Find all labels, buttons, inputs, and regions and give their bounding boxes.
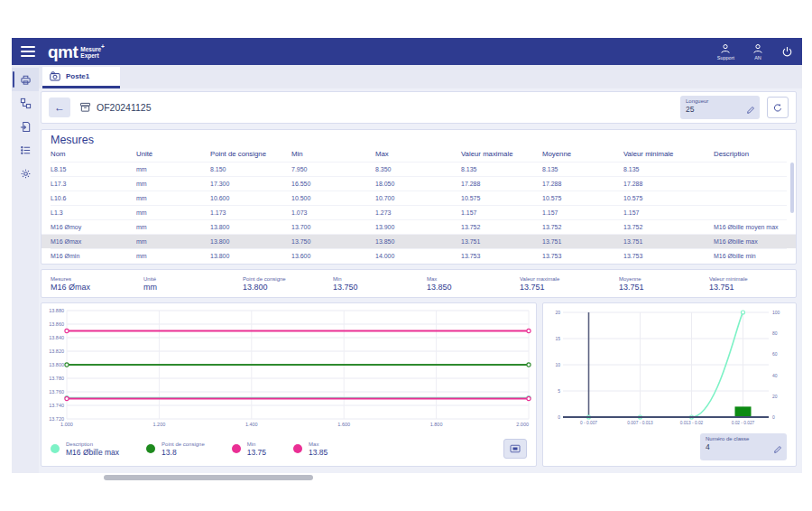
column-header[interactable]: Nom — [51, 150, 136, 158]
table-cell: 13.752 — [542, 224, 623, 230]
legend-color-dot — [51, 444, 60, 453]
table-cell: 17.288 — [623, 181, 714, 187]
logo-sub-bottom: Expert — [80, 53, 105, 60]
table-cell: 13.751 — [542, 238, 623, 245]
table-cell: 13.751 — [461, 238, 542, 245]
tab-poste1[interactable]: Poste1 — [42, 67, 120, 88]
table-cell: 13.750 — [291, 238, 375, 245]
longueur-field[interactable]: Longueur 25 — [680, 96, 760, 119]
table-row[interactable]: M16 Øminmm13.80013.60014.00013.75313.753… — [51, 248, 787, 263]
category-label: 0 - 0.007 — [580, 421, 597, 425]
table-row[interactable]: M16 Ømoymm13.80013.70013.90013.75213.752… — [51, 219, 787, 234]
table-row[interactable]: L1.3mm1.1731.0731.2731.1571.1571.157 — [51, 205, 787, 219]
summary-field-value: 13.800 — [243, 283, 333, 292]
table-cell: mm — [136, 181, 210, 187]
table-cell: M16 Ømax — [51, 238, 136, 245]
support-button[interactable]: Support — [717, 43, 734, 60]
legend-value: 13.75 — [247, 448, 266, 457]
table-cell: M16 Ømoy — [51, 224, 136, 230]
left-y-tick-label: 5 — [558, 388, 560, 394]
table-cell: 13.752 — [461, 224, 542, 230]
column-header[interactable]: Valeur minimale — [623, 150, 714, 158]
chart-snapshot-button[interactable] — [503, 439, 527, 459]
column-header[interactable]: Unité — [136, 150, 210, 158]
summary-field: Min13.750 — [333, 276, 427, 292]
app-logo: qmt Mesure+ Expert — [48, 43, 105, 60]
classe-field[interactable]: Numéro de classe 4 — [700, 433, 787, 460]
arrow-left-icon: ← — [54, 101, 65, 114]
hamburger-menu-icon[interactable] — [21, 46, 35, 57]
series-marker — [527, 329, 531, 332]
sidebar-item-printer[interactable] — [12, 68, 39, 91]
right-y-tick-label: 60 — [772, 351, 778, 357]
table-cell: L17.3 — [51, 181, 136, 187]
left-y-tick-label: 0 — [558, 414, 560, 420]
column-header[interactable]: Valeur maximale — [461, 150, 542, 158]
table-cell: 1.157 — [542, 209, 623, 216]
legend-value: 13.8 — [161, 448, 205, 457]
table-cell: 17.288 — [542, 181, 623, 187]
spc-chart: 13.88013.86013.84013.82013.80013.78013.7… — [45, 307, 532, 433]
summary-field-label: Point de consigne — [243, 276, 333, 282]
table-cell: 1.157 — [623, 209, 714, 216]
user-button[interactable]: AN — [752, 43, 763, 60]
table-row[interactable]: L17.3mm17.30016.55018.05017.28817.28817.… — [51, 176, 787, 190]
app-header: qmt Mesure+ Expert Support AN — [12, 38, 802, 65]
column-header[interactable]: Point de consigne — [210, 150, 291, 158]
table-row[interactable]: L10.6mm10.60010.50010.70010.57510.57510.… — [51, 190, 787, 205]
y-tick-label: 13.800 — [49, 362, 64, 367]
table-cell: 13.753 — [623, 253, 714, 259]
table-cell: 1.273 — [375, 209, 461, 216]
power-button[interactable] — [781, 46, 793, 58]
legend-color-dot — [146, 444, 155, 453]
legend-label: Max — [309, 441, 328, 447]
category-label: 0.02 - 0.027 — [732, 421, 755, 425]
column-header[interactable]: Min — [291, 150, 375, 158]
table-cell: 8.150 — [210, 166, 291, 172]
x-tick-label: 1.600 — [337, 422, 350, 427]
refresh-button[interactable] — [767, 97, 789, 118]
app-window: qmt Mesure+ Expert Support AN — [12, 38, 802, 473]
support-label: Support — [717, 55, 734, 60]
x-tick-label: 1.000 — [60, 422, 73, 427]
table-cell: 8.135 — [542, 166, 623, 172]
column-header[interactable]: Moyenne — [542, 150, 623, 158]
summary-field-label: Moyenne — [619, 276, 709, 282]
table-cell: 14.000 — [375, 253, 461, 259]
table-cell: 10.575 — [461, 195, 542, 201]
table-cell: 13.700 — [291, 224, 375, 230]
column-header[interactable]: Description — [714, 150, 787, 158]
x-tick-label: 1.400 — [245, 422, 258, 427]
table-cell: mm — [136, 238, 210, 245]
sidebar-item-workflow[interactable] — [12, 91, 39, 115]
histogram-panel: 051015200204060801000 - 0.0070.007 - 0.0… — [542, 302, 797, 467]
left-y-tick-label: 10 — [555, 362, 560, 367]
x-tick-label: 1.200 — [153, 422, 166, 427]
summary-field-value: mm — [143, 283, 243, 292]
legend-item: Min13.75 — [232, 441, 266, 457]
screenshot-stage: { "colors": { "header_bg": "#2e3b90", "a… — [0, 0, 812, 511]
back-button[interactable]: ← — [49, 98, 70, 117]
edit-pencil-icon[interactable] — [746, 102, 755, 118]
sidebar-item-export-document[interactable] — [12, 115, 39, 138]
horizontal-scrollbar[interactable] — [104, 475, 313, 480]
table-row[interactable]: L8.15mm8.1507.9508.3508.1358.1358.135 — [51, 162, 787, 176]
sidebar-item-measure-list[interactable] — [12, 138, 39, 162]
summary-field-label: Mesures — [51, 276, 143, 282]
table-vertical-scrollbar[interactable] — [790, 163, 794, 213]
table-cell: 16.550 — [291, 181, 375, 187]
category-label: 0.007 - 0.013 — [627, 421, 653, 425]
edit-pencil-icon[interactable] — [773, 441, 782, 458]
snapshot-icon — [510, 444, 521, 453]
table-cell: M16 Øbille min — [714, 253, 787, 259]
summary-field: Max13.850 — [427, 276, 520, 292]
sidebar-item-settings[interactable] — [12, 162, 39, 185]
table-cell: 1.157 — [461, 209, 542, 216]
table-row[interactable]: M16 Ømaxmm13.80013.75013.85013.75113.751… — [42, 234, 796, 248]
summary-field-label: Unité — [143, 276, 243, 282]
y-tick-label: 13.780 — [49, 376, 64, 381]
table-cell: mm — [136, 209, 210, 216]
table-cell: mm — [136, 195, 210, 201]
spc-chart-panel: 13.88013.86013.84013.82013.80013.78013.7… — [41, 302, 537, 467]
column-header[interactable]: Max — [375, 150, 461, 158]
